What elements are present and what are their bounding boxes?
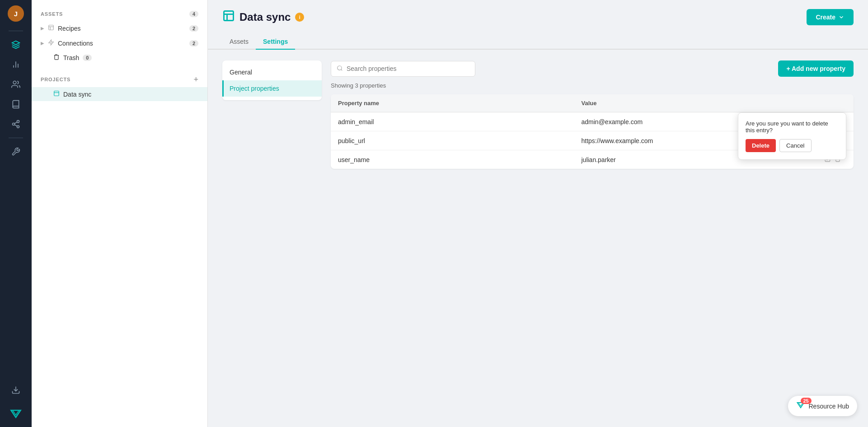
tab-settings[interactable]: Settings xyxy=(256,34,295,50)
sidebar-item-datasync[interactable]: Data sync xyxy=(32,87,207,101)
property-name-cell: public_url xyxy=(331,132,574,150)
svg-rect-11 xyxy=(49,25,54,30)
page-title-icon xyxy=(222,9,235,25)
projects-label: PROJECTS xyxy=(41,77,70,82)
svg-rect-17 xyxy=(224,11,234,21)
connections-label: Connections xyxy=(58,40,186,47)
projects-section-header: PROJECTS + xyxy=(32,72,207,87)
main-header: Data sync i Create xyxy=(208,0,868,25)
settings-left-nav: General Project properties xyxy=(222,60,322,100)
datasync-icon xyxy=(53,90,60,98)
recipes-icon xyxy=(48,24,54,32)
confirm-cancel-button[interactable]: Cancel xyxy=(779,139,811,152)
svg-point-4 xyxy=(13,81,16,84)
content-area: General Project properties + Add new pro… xyxy=(208,50,868,427)
connections-icon xyxy=(48,39,54,47)
properties-panel: + Add new property Showing 3 properties … xyxy=(331,60,854,416)
page-title: Data sync xyxy=(239,11,291,23)
user-avatar[interactable]: J xyxy=(8,5,24,22)
trash-icon xyxy=(53,54,60,61)
property-name-cell: admin_email xyxy=(331,113,574,131)
sidebar-divider-1 xyxy=(9,31,23,31)
trash-count: 0 xyxy=(83,55,92,61)
recipes-label: Recipes xyxy=(58,25,186,32)
sidebar-divider-2 xyxy=(9,138,23,138)
search-box[interactable] xyxy=(331,61,475,77)
assets-label: ASSETS xyxy=(41,11,63,17)
sidebar-item-connections[interactable]: ▶ Connections 2 xyxy=(32,36,207,51)
people-icon[interactable] xyxy=(8,76,24,93)
table-row: admin_email admin@example.com Are you su… xyxy=(331,112,854,131)
svg-marker-14 xyxy=(49,40,54,45)
nav-project-properties[interactable]: Project properties xyxy=(222,80,322,97)
showing-count: Showing 3 properties xyxy=(331,82,854,89)
svg-rect-15 xyxy=(54,91,59,96)
info-icon[interactable]: i xyxy=(295,13,304,22)
confirm-delete-button[interactable]: Delete xyxy=(746,139,776,152)
resource-hub-badge: 25 xyxy=(801,398,812,404)
column-value: Value xyxy=(574,94,818,112)
connections-arrow: ▶ xyxy=(41,41,44,46)
svg-point-20 xyxy=(338,65,342,70)
table-header: Property name Value xyxy=(331,94,854,112)
export-icon[interactable] xyxy=(8,382,24,398)
light-sidebar: ASSETS 4 ▶ Recipes 2 ▶ Connections 2 Tra… xyxy=(32,0,208,427)
main-content: Data sync i Create Assets Settings Gener… xyxy=(208,0,868,427)
layers-icon[interactable] xyxy=(8,37,24,53)
assets-section-header: ASSETS 4 xyxy=(32,7,207,21)
search-input[interactable] xyxy=(347,65,469,72)
add-project-button[interactable]: + xyxy=(193,75,198,84)
property-name-cell: user_name xyxy=(331,151,574,169)
sidebar-item-recipes[interactable]: ▶ Recipes 2 xyxy=(32,21,207,36)
trash-label: Trash xyxy=(63,54,79,61)
column-actions xyxy=(817,94,854,112)
delete-confirm-popup: Are you sure you want to delete this ent… xyxy=(738,112,846,160)
chart-icon[interactable] xyxy=(8,56,24,73)
connections-count: 2 xyxy=(189,40,198,46)
recipes-arrow: ▶ xyxy=(41,26,44,31)
sidebar-item-trash[interactable]: Trash 0 xyxy=(32,51,207,65)
svg-point-6 xyxy=(13,123,15,125)
column-property-name: Property name xyxy=(331,94,574,112)
page-title-row: Data sync i xyxy=(222,9,304,25)
assets-count-badge: 4 xyxy=(189,11,198,17)
tab-assets[interactable]: Assets xyxy=(222,34,256,50)
popup-actions: Delete Cancel xyxy=(746,139,839,152)
recipes-count: 2 xyxy=(189,25,198,32)
svg-point-7 xyxy=(17,125,19,128)
svg-line-21 xyxy=(341,69,343,70)
wrench-icon[interactable] xyxy=(8,144,24,160)
tabs-row: Assets Settings xyxy=(208,29,868,50)
dark-sidebar: J xyxy=(0,0,32,427)
create-button[interactable]: Create xyxy=(807,9,854,25)
book-icon[interactable] xyxy=(8,96,24,112)
add-property-button[interactable]: + Add new property xyxy=(778,60,854,77)
svg-marker-0 xyxy=(12,41,20,45)
resource-hub[interactable]: 25 Resource Hub xyxy=(788,396,858,416)
workato-logo xyxy=(8,405,24,422)
svg-line-9 xyxy=(14,122,17,123)
popup-text: Are you sure you want to delete this ent… xyxy=(746,120,839,134)
share-icon[interactable] xyxy=(8,116,24,132)
resource-hub-label: Resource Hub xyxy=(809,403,849,410)
svg-point-5 xyxy=(17,121,19,123)
properties-table: Property name Value admin_email admin@ex… xyxy=(331,94,854,169)
search-icon xyxy=(337,65,343,73)
nav-general[interactable]: General xyxy=(222,64,322,80)
properties-toolbar: + Add new property xyxy=(331,60,854,77)
datasync-label: Data sync xyxy=(63,91,91,98)
svg-line-8 xyxy=(14,125,17,126)
